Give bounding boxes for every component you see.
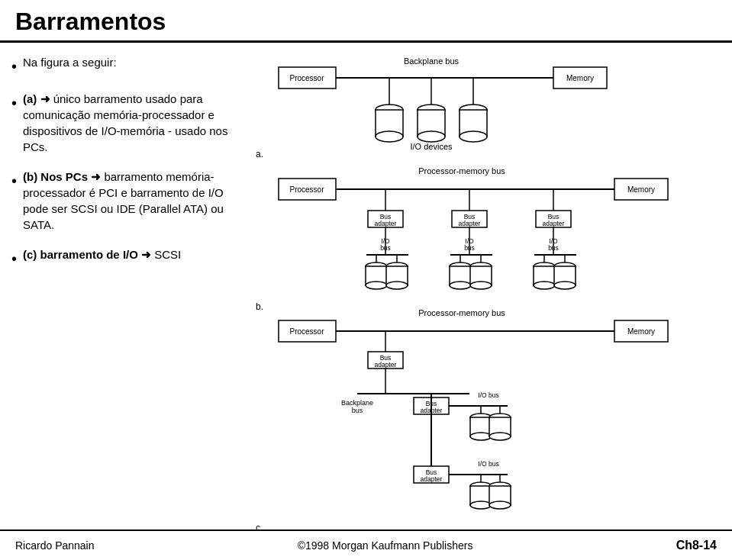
processor-label-a: Processor	[289, 74, 324, 82]
ba3-label2-c: adapter	[421, 475, 443, 483]
left-panel: • Na figura a seguir: • (a) ➜ único barr…	[11, 50, 248, 519]
footer-left: Ricardo Pannain	[15, 539, 95, 552]
cyl3b-bottom	[450, 282, 471, 289]
cyl2c-bottom	[489, 433, 511, 440]
bullet-text-4: (c) barramento de I/O ➜ SCSI	[23, 246, 181, 262]
footer-right: Ch8-14	[676, 539, 717, 552]
cyl4b-bottom	[470, 282, 492, 289]
bullet-text-2: (a) ➜ único barramento usado para comuni…	[23, 91, 248, 155]
bullet-dot-2: •	[11, 92, 17, 114]
memory-label-b: Memory	[627, 185, 655, 194]
cyl1c-bottom	[470, 433, 492, 440]
bullet-dot-1: •	[11, 56, 17, 77]
ba3-label2-b: adapter	[543, 220, 565, 227]
bullet-2: • (a) ➜ único barramento usado para comu…	[11, 91, 248, 155]
footer-center: ©1998 Morgan Kaufmann Publishers	[298, 539, 473, 552]
io-bus-label-ba2-c: I/O bus	[478, 391, 498, 399]
processor-label-b: Processor	[289, 185, 324, 194]
bullet-4: • (c) barramento de I/O ➜ SCSI	[11, 246, 248, 269]
proc-mem-bus-label-b: Processor-memory bus	[418, 166, 505, 175]
bullet3-prefix: (b) Nos PCs ➜	[23, 170, 101, 183]
diagrams-svg: a. Backplane bus Processor Memory I/O de…	[256, 50, 729, 539]
cyl5b-bottom	[534, 282, 555, 289]
main-content: • Na figura a seguir: • (a) ➜ único barr…	[0, 43, 732, 526]
cyl6b-bottom	[554, 282, 576, 289]
page-header: Barramentos	[0, 0, 732, 43]
cyl2b-bottom	[386, 282, 408, 289]
cyl3c-bottom	[470, 501, 492, 509]
bullet-text-3: (b) Nos PCs ➜ barramento memória-process…	[23, 169, 248, 233]
io-bus-label-ba3-c: I/O bus	[478, 460, 498, 468]
bullet4-prefix: (c) barramento de I/O ➜	[23, 248, 151, 261]
backplane-bus-label-a: Backplane bus	[404, 56, 460, 66]
ba2-label2-b: adapter	[459, 220, 481, 227]
io-devices-label-a: I/O devices	[410, 142, 453, 151]
cyl1a-bottom	[376, 131, 403, 142]
proc-mem-bus-label-c: Processor-memory bus	[418, 308, 505, 317]
bullet-dot-4: •	[11, 248, 17, 269]
bullet-text-1: Na figura a seguir:	[23, 54, 117, 70]
ba1-label2-b: adapter	[375, 220, 397, 227]
memory-label-c: Memory	[627, 327, 655, 336]
backplane-label-c: Backplane	[341, 399, 373, 407]
bullet2-prefix: (a) ➜	[23, 92, 50, 105]
cyl3a-bottom	[460, 131, 487, 142]
backplane-label2-c: bus	[352, 407, 363, 414]
label-a: a.	[256, 149, 263, 159]
cyl1b-bottom	[366, 282, 387, 289]
cyl2a-bottom	[418, 131, 445, 142]
bullet-3: • (b) Nos PCs ➜ barramento memória-proce…	[11, 169, 248, 233]
bullet-1: • Na figura a seguir:	[11, 54, 248, 77]
footer: Ricardo Pannain ©1998 Morgan Kaufmann Pu…	[0, 529, 732, 560]
cyl4c-bottom	[489, 501, 511, 509]
bac-label2-c: adapter	[375, 361, 397, 369]
bullet-dot-3: •	[11, 170, 17, 191]
label-b: b.	[256, 301, 263, 312]
right-panel: a. Backplane bus Processor Memory I/O de…	[248, 50, 729, 519]
memory-label-a: Memory	[566, 74, 594, 82]
processor-label-c: Processor	[289, 327, 324, 336]
page-title: Barramentos	[15, 8, 717, 36]
